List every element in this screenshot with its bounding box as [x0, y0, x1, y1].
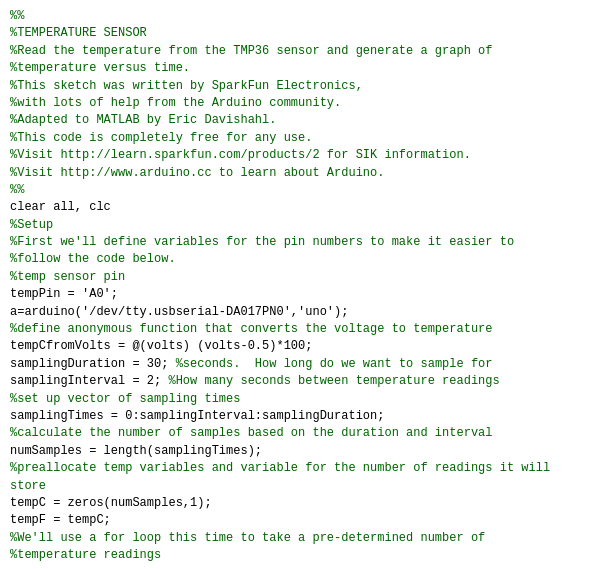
code-line: %temperature readings: [10, 547, 584, 564]
code-line: tempPin = 'A0';: [10, 286, 584, 303]
code-line: %temp sensor pin: [10, 269, 584, 286]
code-line: %temperature versus time.: [10, 60, 584, 77]
code-line: %with lots of help from the Arduino comm…: [10, 95, 584, 112]
code-line: %First we'll define variables for the pi…: [10, 234, 584, 251]
code-line: %set up vector of sampling times: [10, 391, 584, 408]
code-line: %%: [10, 8, 584, 25]
code-line: samplingDuration = 30; %seconds. How lon…: [10, 356, 584, 373]
code-line: %Adapted to MATLAB by Eric Davishahl.: [10, 112, 584, 129]
code-line: %Setup: [10, 217, 584, 234]
code-line: tempCfromVolts = @(volts) (volts-0.5)*10…: [10, 338, 584, 355]
code-line: numSamples = length(samplingTimes);: [10, 443, 584, 460]
code-editor: %%%TEMPERATURE SENSOR%Read the temperatu…: [10, 8, 584, 569]
code-line: %This sketch was written by SparkFun Ele…: [10, 78, 584, 95]
code-line: samplingInterval = 2; %How many seconds …: [10, 373, 584, 390]
code-line: a=arduino('/dev/tty.usbserial-DA017PN0',…: [10, 304, 584, 321]
code-line: %%: [10, 182, 584, 199]
code-line: %We'll use a for loop this time to take …: [10, 530, 584, 547]
code-line: [10, 565, 584, 570]
code-text: samplingDuration = 30;: [10, 357, 176, 371]
comment-text: %seconds. How long do we want to sample …: [176, 357, 493, 371]
code-line: %Visit http://www.arduino.cc to learn ab…: [10, 165, 584, 182]
code-line: %This code is completely free for any us…: [10, 130, 584, 147]
code-line: tempC = zeros(numSamples,1);: [10, 495, 584, 512]
code-line: tempF = tempC;: [10, 512, 584, 529]
code-line: %TEMPERATURE SENSOR: [10, 25, 584, 42]
code-line: %calculate the number of samples based o…: [10, 425, 584, 442]
code-line: clear all, clc: [10, 199, 584, 216]
code-line: samplingTimes = 0:samplingInterval:sampl…: [10, 408, 584, 425]
code-line: %Visit http://learn.sparkfun.com/product…: [10, 147, 584, 164]
code-line: %Read the temperature from the TMP36 sen…: [10, 43, 584, 60]
code-text: samplingInterval = 2;: [10, 374, 168, 388]
code-line: %define anonymous function that converts…: [10, 321, 584, 338]
code-line: %preallocate temp variables and variable…: [10, 460, 584, 495]
comment-text: %How many seconds between temperature re…: [168, 374, 499, 388]
code-line: %follow the code below.: [10, 251, 584, 268]
